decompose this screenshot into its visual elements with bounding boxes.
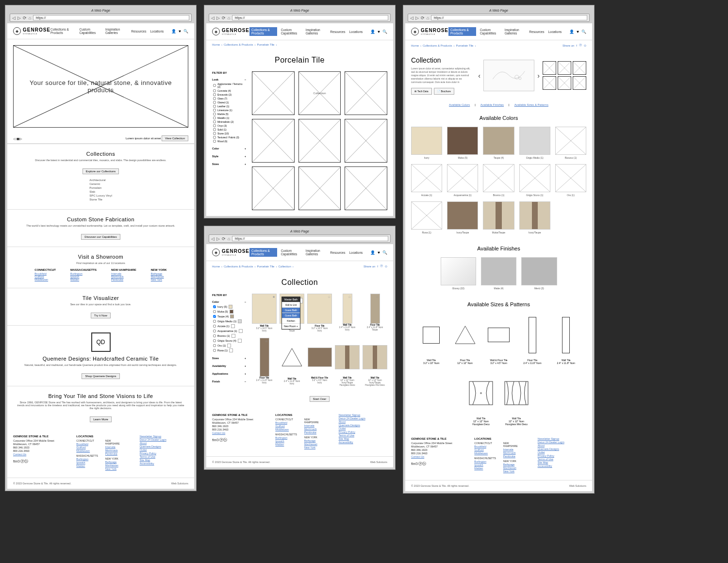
size-item[interactable]: Floor Tile2.4" x 11.8" Nom bbox=[518, 313, 546, 364]
star-icon[interactable]: ☆ bbox=[328, 295, 331, 299]
filter-style[interactable]: Style+ bbox=[212, 154, 246, 159]
try-now-btn[interactable]: Try it Now bbox=[91, 313, 111, 318]
size-item[interactable]: Wall & Floor Tile3.2" x 4.5" Nom bbox=[484, 313, 513, 364]
user-icon[interactable]: 👤 bbox=[171, 29, 176, 33]
collection-tile[interactable] bbox=[252, 119, 295, 163]
filter-option[interactable]: Wood (6) bbox=[213, 139, 246, 143]
color-filter-option[interactable]: Grigio Scuro (4) bbox=[213, 338, 246, 343]
pin-icon[interactable]: Ⓟ bbox=[380, 264, 383, 268]
logo[interactable]: ◈GENROSESTONE&TILE bbox=[212, 248, 249, 256]
tab-finishes[interactable]: Available Finishes bbox=[480, 103, 504, 106]
url-input[interactable]: https:// bbox=[33, 15, 189, 20]
collection-tile[interactable] bbox=[345, 119, 387, 163]
color-swatch[interactable]: Bronzo (1) bbox=[483, 164, 514, 197]
product-tile[interactable]: ☆Floor Tile3.2" x 10.5" NomIvory bbox=[307, 294, 332, 332]
shop-quemere-btn[interactable]: Shop Quemere Designs bbox=[82, 373, 119, 379]
fwd-icon[interactable]: ▷ bbox=[17, 16, 21, 20]
star-icon[interactable]: ☆ bbox=[265, 339, 268, 343]
ig-icon[interactable]: ⊙ bbox=[584, 44, 586, 47]
web-solutions[interactable]: Web Solutions bbox=[171, 482, 188, 485]
filter-option[interactable]: Marble (5) bbox=[213, 112, 246, 116]
user-icon[interactable]: 👤 bbox=[370, 250, 375, 255]
finish-swatch[interactable]: Matte (4) bbox=[481, 257, 516, 290]
color-filter-option[interactable]: Bronzo (1) bbox=[213, 333, 246, 338]
tab-colors[interactable]: Available Colors bbox=[449, 103, 470, 106]
fwd-icon[interactable]: ▷ bbox=[415, 16, 419, 20]
viz-main[interactable] bbox=[483, 60, 534, 91]
back-icon[interactable]: ◁ bbox=[12, 16, 16, 20]
color-swatch[interactable]: Taupe (4) bbox=[483, 127, 514, 159]
collection-tile[interactable] bbox=[345, 166, 387, 210]
nav-inspiration[interactable]: Inspiration Galleries bbox=[306, 28, 327, 35]
deco-item[interactable]: Wall Tile12" x 12" NomHourglass Mini Dec… bbox=[501, 371, 532, 426]
deco-item[interactable]: Wall Tile12" x 12" NomHourglass Deco bbox=[466, 371, 496, 426]
collection-tile[interactable] bbox=[298, 166, 341, 210]
filter-apps[interactable]: Applications+ bbox=[212, 371, 246, 376]
thumb[interactable] bbox=[558, 61, 571, 75]
nav-inspiration[interactable]: Inspiration Galleries bbox=[105, 28, 127, 34]
logo[interactable]: ◈GENROSESTONE&TILE bbox=[411, 28, 448, 35]
star-icon[interactable]: ☆ bbox=[376, 295, 379, 299]
color-swatch[interactable]: Ivory/Taupe bbox=[447, 201, 478, 234]
finish-swatch[interactable]: Merci (3) bbox=[521, 257, 557, 290]
loc-link[interactable]: Pembroke bbox=[111, 278, 136, 281]
thumb[interactable] bbox=[558, 76, 571, 90]
thumb[interactable] bbox=[573, 61, 586, 75]
hz-icon[interactable]: ⓗ bbox=[24, 459, 28, 464]
logo[interactable]: ◈GENROSESTONE&TILE bbox=[212, 28, 249, 35]
filter-option[interactable]: Limestone (1) bbox=[213, 108, 246, 112]
collection-tile[interactable] bbox=[298, 119, 341, 163]
nav-resources[interactable]: Resources bbox=[131, 30, 146, 33]
collection-tile[interactable] bbox=[345, 71, 387, 115]
filter-option[interactable]: Metallic (1) bbox=[213, 116, 246, 120]
url-input[interactable]: https:// bbox=[232, 236, 388, 241]
user-icon[interactable]: 👤 bbox=[370, 30, 375, 34]
size-item[interactable]: Wall Tile2.4" x 11.8" Nom bbox=[552, 313, 580, 364]
hz-icon[interactable]: ⓗ bbox=[422, 462, 426, 466]
thumb[interactable] bbox=[543, 76, 556, 90]
color-swatch[interactable]: Moka/Taupe bbox=[483, 201, 514, 234]
tab-sizes[interactable]: Available Sizes & Patterns bbox=[514, 103, 548, 106]
color-filter-option[interactable]: Moka (5) bbox=[213, 309, 246, 314]
explore-btn[interactable]: Explore our Collections bbox=[83, 168, 119, 174]
hz-icon[interactable]: ⓗ bbox=[223, 438, 227, 442]
filter-color[interactable]: Color− bbox=[212, 299, 246, 304]
color-swatch[interactable]: Acquamarina (1) bbox=[447, 164, 478, 197]
home-icon[interactable]: ⌂ bbox=[29, 16, 31, 20]
color-filter-option[interactable]: Oro (1) bbox=[213, 343, 246, 348]
tech-data-btn[interactable]: ⊞Tech Data bbox=[411, 88, 432, 95]
favorite-icon[interactable]: ♥ bbox=[179, 29, 181, 33]
star-icon[interactable]: ★ bbox=[272, 295, 275, 299]
color-filter-option[interactable]: Grigio Medio (1) bbox=[213, 319, 246, 324]
product-tile[interactable]: ☆Floor Tile2.4" x 11.8" NomIvory bbox=[252, 338, 277, 386]
size-item[interactable]: Floor Tile12" x 12" Nom bbox=[450, 313, 479, 364]
back-icon[interactable]: ◁ bbox=[211, 16, 215, 20]
filter-option[interactable]: Leather (1) bbox=[213, 104, 246, 108]
view-collection-btn[interactable]: View Collection bbox=[162, 135, 188, 141]
filter-option[interactable]: Stone (10) bbox=[213, 132, 246, 135]
search-icon[interactable]: 🔍 bbox=[382, 250, 387, 255]
favorite-icon[interactable]: ♥ bbox=[378, 250, 380, 255]
loc-link[interactable]: Malden bbox=[70, 278, 97, 281]
nav-locations[interactable]: Locations bbox=[349, 30, 363, 33]
filter-avail[interactable]: Availability+ bbox=[212, 364, 246, 368]
product-tile[interactable]: Wall & Floor Tile3.2" x 4.5" NomIvory bbox=[307, 338, 332, 386]
filter-option[interactable]: Agglomerate / Terrazzo (2) bbox=[213, 82, 246, 89]
filter-sizes[interactable]: Sizes+ bbox=[212, 162, 246, 166]
back-icon[interactable]: ◁ bbox=[410, 16, 414, 20]
start-over-btn[interactable]: Start Over bbox=[310, 396, 330, 402]
url-input[interactable]: https:// bbox=[232, 15, 388, 20]
filter-option[interactable]: Concrete (4) bbox=[213, 89, 246, 93]
filter-option[interactable]: Minimalistic (2) bbox=[213, 120, 246, 124]
brochure-btn[interactable]: 📄Brochure bbox=[434, 88, 454, 95]
collection-tile[interactable]: Collection bbox=[298, 71, 341, 115]
color-filter-option[interactable]: Taupe (4) bbox=[213, 314, 246, 319]
prev-arrow-icon[interactable]: ‹ bbox=[478, 72, 480, 80]
search-icon[interactable]: 🔍 bbox=[382, 30, 387, 34]
color-swatch[interactable]: Moka (5) bbox=[447, 127, 478, 159]
favorite-icon[interactable]: ♥ bbox=[378, 30, 380, 34]
filter-option[interactable]: Onyx (3) bbox=[213, 124, 246, 128]
filter-sizes[interactable]: Sizes+ bbox=[212, 356, 246, 361]
color-swatch[interactable]: Ivory/Taupe bbox=[519, 201, 550, 234]
reload-icon[interactable]: ⟳ bbox=[222, 236, 226, 241]
